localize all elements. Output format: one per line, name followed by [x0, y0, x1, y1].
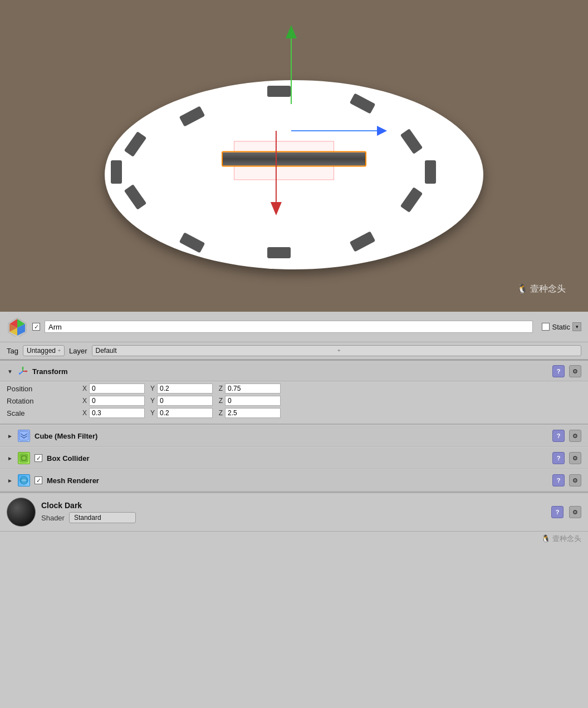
rotation-x-label: X — [79, 397, 87, 405]
active-checkbox-container[interactable]: ✓ — [32, 323, 40, 331]
material-sphere-preview — [7, 498, 36, 527]
position-row: Position X Y Z — [7, 384, 581, 394]
layer-dropdown-arrow: ÷ — [337, 348, 577, 353]
tick-12 — [267, 86, 291, 97]
scale-row: Scale X Y Z — [7, 408, 581, 418]
active-checkbox[interactable]: ✓ — [32, 323, 40, 331]
rotation-y-field[interactable] — [157, 396, 213, 406]
object-name-field[interactable] — [45, 321, 533, 333]
scale-label: Scale — [7, 409, 79, 417]
transform-icon — [18, 366, 28, 376]
mesh-renderer-help-button[interactable]: ? — [552, 474, 565, 486]
mesh-filter-icon — [18, 430, 30, 442]
mesh-filter-foldout[interactable]: ► — [7, 432, 13, 439]
static-container: Static ▾ — [542, 322, 581, 331]
inspector-panel: ✓ Static ▾ Tag Untagged ÷ Layer Default … — [0, 312, 588, 546]
scale-y-label: Y — [147, 409, 155, 417]
material-header: Clock Dark Shader Standard ? ⚙ — [0, 493, 588, 531]
transform-foldout[interactable]: ▼ — [7, 368, 13, 375]
tick-9 — [111, 160, 122, 184]
y-axis-arrow — [291, 37, 292, 104]
mesh-filter-row: ► Cube (Mesh Filter) ? ⚙ — [0, 425, 588, 447]
tag-select[interactable]: Untagged ÷ — [23, 345, 65, 356]
tick-2 — [400, 129, 423, 154]
mesh-renderer-settings-button[interactable]: ⚙ — [569, 474, 581, 486]
mesh-renderer-foldout[interactable]: ► — [7, 477, 13, 484]
layer-label: Layer — [69, 347, 87, 355]
transform-header: ▼ Transform ? ⚙ — [0, 362, 588, 381]
material-watermark: 🐧 壹种念头 — [0, 531, 588, 546]
position-xyz: X Y Z — [79, 384, 281, 394]
watermark: 🐧 壹种念头 — [517, 283, 566, 295]
shader-label: Shader — [41, 514, 65, 522]
svg-marker-7 — [22, 366, 24, 368]
material-settings-button[interactable]: ⚙ — [569, 506, 581, 518]
shader-row: Shader Standard — [41, 512, 546, 523]
position-y-field[interactable] — [157, 384, 213, 394]
rotation-x-field[interactable] — [89, 396, 145, 406]
box-collider-help-button[interactable]: ? — [552, 452, 565, 464]
box-collider-foldout[interactable]: ► — [7, 455, 13, 461]
scale-xyz: X Y Z — [79, 408, 281, 418]
mesh-renderer-checkbox[interactable]: ✓ — [35, 476, 42, 484]
tick-4 — [400, 187, 423, 213]
tick-1 — [350, 93, 375, 114]
material-section: Clock Dark Shader Standard ? ⚙ 🐧 壹种念头 — [0, 491, 588, 546]
box-collider-title: Box Collider — [47, 454, 548, 463]
rotation-xyz: X Y Z — [79, 396, 281, 406]
box-collider-settings-button[interactable]: ⚙ — [569, 452, 581, 464]
rotation-z-label: Z — [215, 397, 223, 405]
position-x-field[interactable] — [89, 384, 145, 394]
tick-8 — [124, 184, 146, 210]
tick-7 — [179, 232, 205, 253]
layer-select[interactable]: Default ÷ — [92, 345, 582, 356]
position-x-label: X — [79, 385, 87, 392]
arm-3d-object — [222, 151, 366, 167]
tag-dropdown-arrow: ÷ — [58, 348, 61, 353]
tick-5 — [350, 231, 375, 252]
rotation-y-label: Y — [147, 397, 155, 405]
rotation-row: Rotation X Y Z — [7, 396, 581, 406]
rotation-label: Rotation — [7, 397, 79, 405]
position-label: Position — [7, 385, 79, 393]
material-help-button[interactable]: ? — [551, 506, 564, 518]
box-collider-row: ► ✓ Box Collider ? ⚙ — [0, 447, 588, 469]
svg-marker-9 — [26, 370, 28, 372]
x-axis-arrow — [291, 130, 380, 131]
svg-rect-13 — [20, 454, 28, 462]
transform-fields: Position X Y Z Rotation X Y Z — [0, 381, 588, 425]
transform-help-button[interactable]: ? — [552, 365, 565, 377]
scale-x-label: X — [79, 409, 87, 417]
scale-y-field[interactable] — [157, 408, 213, 418]
box-collider-icon — [18, 452, 30, 464]
mesh-renderer-icon — [18, 474, 30, 486]
unity-cube-icon — [7, 316, 28, 337]
tag-layer-row: Tag Untagged ÷ Layer Default ÷ — [0, 342, 588, 360]
transform-title: Transform — [32, 367, 548, 376]
tick-6 — [267, 247, 291, 258]
scale-z-field[interactable] — [225, 408, 281, 418]
position-y-label: Y — [147, 385, 155, 392]
rotation-z-field[interactable] — [225, 396, 281, 406]
3d-viewport[interactable]: 🐧 壹种念头 — [0, 0, 588, 312]
tick-10 — [124, 131, 146, 157]
position-z-label: Z — [215, 385, 223, 392]
mesh-filter-title: Cube (Mesh Filter) — [35, 432, 548, 440]
box-collider-checkbox[interactable]: ✓ — [35, 454, 42, 462]
tag-label: Tag — [7, 347, 18, 355]
material-info: Clock Dark Shader Standard — [41, 501, 546, 523]
mesh-filter-settings-button[interactable]: ⚙ — [569, 430, 581, 442]
static-dropdown-arrow[interactable]: ▾ — [572, 322, 581, 331]
static-label: Static — [552, 323, 570, 331]
scale-x-field[interactable] — [89, 408, 145, 418]
mesh-renderer-title: Mesh Renderer — [47, 476, 548, 485]
static-checkbox[interactable] — [542, 323, 550, 331]
transform-settings-button[interactable]: ⚙ — [569, 365, 581, 377]
tick-3 — [425, 160, 436, 184]
mesh-filter-help-button[interactable]: ? — [552, 430, 565, 442]
material-name: Clock Dark — [41, 501, 546, 510]
shader-select[interactable]: Standard — [69, 512, 136, 523]
tick-11 — [179, 106, 205, 126]
mesh-renderer-row: ► ✓ Mesh Renderer ? ⚙ — [0, 469, 588, 491]
position-z-field[interactable] — [225, 384, 281, 394]
